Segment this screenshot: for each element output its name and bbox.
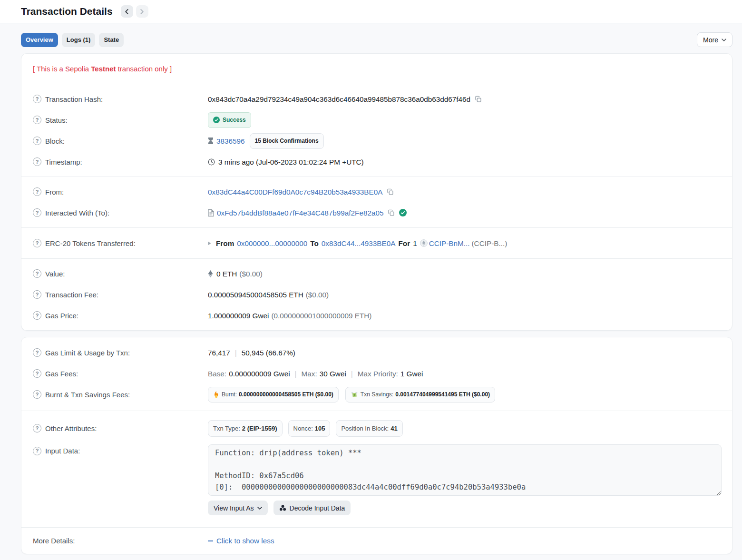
token-icon (420, 239, 428, 247)
gas-price-value: 1.000000009 Gwei (208, 311, 269, 321)
help-icon[interactable] (33, 269, 41, 278)
row-from: From: 0x83dC44a4C00DFf69d0A0c7c94B20b53a… (33, 181, 721, 202)
verified-check-icon (399, 209, 407, 216)
help-icon[interactable] (33, 157, 41, 166)
row-more-details: More Details: Click to show less (33, 534, 721, 548)
triangle-right-icon (208, 241, 211, 246)
row-gas-price: Gas Price: 1.000000009 Gwei (0.000000001… (33, 305, 721, 326)
txn-savings-badge: Txn Savings: 0.001477404999541495 ETH ($… (345, 387, 495, 403)
tab-logs[interactable]: Logs (1) (62, 33, 96, 47)
show-less-link[interactable]: Click to show less (208, 536, 274, 546)
row-status: Status: Success (33, 109, 721, 130)
help-icon[interactable] (33, 348, 41, 357)
contract-file-icon (208, 209, 214, 216)
next-txn-button[interactable] (136, 5, 148, 18)
copy-from-address-icon[interactable] (387, 188, 394, 196)
txn-savings-value: 0.001477404999541495 ETH ($0.00) (395, 390, 490, 400)
max-priority-value: 1 Gwei (400, 369, 423, 379)
page-title: Transaction Details (21, 6, 113, 17)
txn-type-badge: Txn Type: 2 (EIP-1559) (208, 420, 283, 437)
overview-card-secondary: Gas Limit & Usage by Txn: 76,417 | 50,94… (21, 337, 732, 554)
block-number-link[interactable]: 3836596 (216, 136, 245, 146)
gas-price-eth: (0.000000001000000009 ETH) (271, 311, 371, 321)
row-value: Value: 0 ETH ($0.00) (33, 263, 721, 284)
erc20-token-link[interactable]: CCIP-BnM... (429, 238, 470, 248)
row-gas-limit: Gas Limit & Usage by Txn: 76,417 | 50,94… (33, 342, 721, 363)
help-icon[interactable] (33, 137, 41, 145)
chevron-down-icon (257, 507, 262, 510)
transaction-fee-value: 0.000050945000458505 ETH (208, 290, 303, 300)
decode-input-data-button[interactable]: Decode Input Data (273, 501, 351, 515)
more-label: More (703, 36, 718, 44)
help-icon[interactable] (33, 311, 41, 320)
view-input-as-button[interactable]: View Input As (208, 501, 268, 515)
txn-type-value: 2 (EIP-1559) (242, 423, 277, 433)
erc20-from-link[interactable]: 0x000000...00000000 (237, 238, 307, 248)
row-interacted-with: Interacted With (To): 0xFd57b4ddBf88a4e0… (33, 202, 721, 223)
row-erc20-transfers: ERC-20 Tokens Transferred: From 0x000000… (33, 233, 721, 254)
row-transaction-hash: Transaction Hash: 0x843dc70a4a29d79234c4… (33, 88, 721, 109)
chevron-down-icon (722, 39, 726, 41)
prev-txn-button[interactable] (121, 5, 133, 18)
clock-icon (208, 158, 215, 166)
burnt-fee-value: 0.000000000000458505 ETH ($0.00) (239, 390, 333, 400)
erc20-token-symbol: (CCIP-B...) (471, 238, 507, 248)
position-value: 41 (391, 423, 397, 433)
help-icon[interactable] (33, 187, 41, 196)
value-usd: ($0.00) (239, 269, 262, 279)
eth-diamond-icon (208, 270, 213, 277)
help-icon[interactable] (33, 116, 41, 124)
tab-overview[interactable]: Overview (21, 33, 58, 47)
row-gas-fees: Gas Fees: Base:0.000000009 Gwei | Max:30… (33, 363, 721, 384)
gas-usage-value: 50,945 (66.67%) (242, 348, 295, 358)
nonce-badge: Nonce: 105 (288, 420, 331, 437)
to-address-link[interactable]: 0xFd57b4ddBf88a4e07fF4e34C487b99af2Fe82a… (217, 208, 383, 218)
tab-state[interactable]: State (99, 33, 124, 47)
timestamp-value: 3 mins ago (Jul-06-2023 01:02:24 PM +UTC… (218, 157, 364, 167)
row-burnt-fees: Burnt & Txn Savings Fees: Burnt: 0.00000… (33, 384, 721, 405)
minus-icon (208, 540, 213, 541)
status-badge: Success (208, 112, 251, 128)
transaction-fee-usd: ($0.00) (306, 290, 329, 300)
help-icon[interactable] (33, 95, 41, 103)
row-input-data: Input Data: Function: drip(address token… (33, 439, 721, 515)
value-eth: 0 ETH (216, 269, 237, 279)
more-dropdown-button[interactable]: More (697, 32, 732, 47)
block-confirmations-badge: 15 Block Confirmations (250, 133, 324, 149)
transaction-hash-value: 0x843dc70a4a29d79234c49a904c363d6c46640a… (208, 94, 470, 104)
copy-hash-icon[interactable] (475, 96, 482, 103)
copy-to-address-icon[interactable] (388, 209, 395, 216)
hourglass-icon (208, 138, 214, 144)
help-icon[interactable] (33, 208, 41, 217)
chevron-right-icon (140, 9, 144, 14)
help-icon[interactable] (33, 447, 41, 455)
decode-icon (279, 504, 286, 511)
fire-icon (213, 391, 219, 398)
help-icon[interactable] (33, 390, 41, 399)
overview-card-main: [ This is a Sepolia Testnet transaction … (21, 53, 732, 331)
row-timestamp: Timestamp: 3 mins ago (Jul-06-2023 01:02… (33, 151, 721, 172)
erc20-amount: 1 (413, 238, 417, 248)
from-address-link[interactable]: 0x83dC44a4C00DFf69d0A0c7c94B20b53a4933BE… (208, 187, 382, 197)
page-header: Transaction Details (0, 0, 742, 23)
nonce-value: 105 (315, 423, 325, 433)
max-fee-value: 30 Gwei (320, 369, 346, 379)
help-icon[interactable] (33, 290, 41, 299)
help-icon[interactable] (33, 369, 41, 378)
row-block: Block: 3836596 15 Block Confirmations (33, 130, 721, 151)
row-other-attributes: Other Attributes: Txn Type: 2 (EIP-1559)… (33, 418, 721, 439)
position-badge: Position In Block: 41 (336, 420, 402, 437)
help-icon[interactable] (33, 239, 41, 247)
gas-limit-value: 76,417 (208, 348, 230, 358)
chevron-left-icon (125, 9, 129, 14)
money-wings-icon (351, 392, 358, 398)
row-transaction-fee: Transaction Fee: 0.000050945000458505 ET… (33, 284, 721, 305)
base-fee-value: 0.000000009 Gwei (229, 369, 290, 379)
input-data-textarea[interactable]: Function: drip(address token) *** Method… (208, 444, 722, 496)
burnt-fee-badge: Burnt: 0.000000000000458505 ETH ($0.00) (208, 387, 339, 403)
help-icon[interactable] (33, 424, 41, 432)
erc20-to-link[interactable]: 0x83dC44...4933BE0A (322, 238, 396, 248)
check-circle-icon (213, 117, 220, 123)
tab-bar: Overview Logs (1) State More (21, 32, 732, 47)
testnet-notice: [ This is a Sepolia Testnet transaction … (21, 54, 732, 84)
